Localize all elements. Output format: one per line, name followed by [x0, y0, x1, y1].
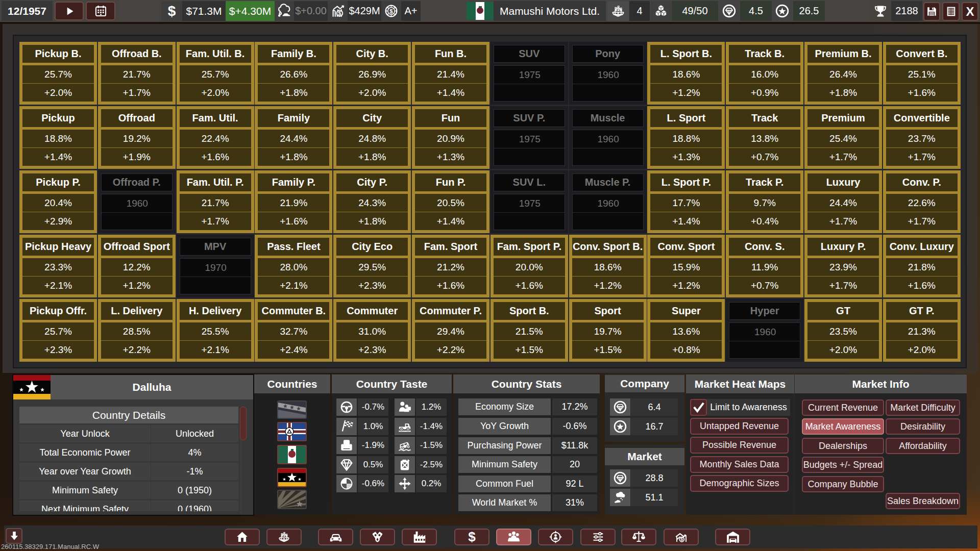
svg-text:$: $ — [681, 537, 683, 542]
svg-text:$: $ — [389, 8, 393, 14]
svg-text:$: $ — [338, 10, 341, 16]
